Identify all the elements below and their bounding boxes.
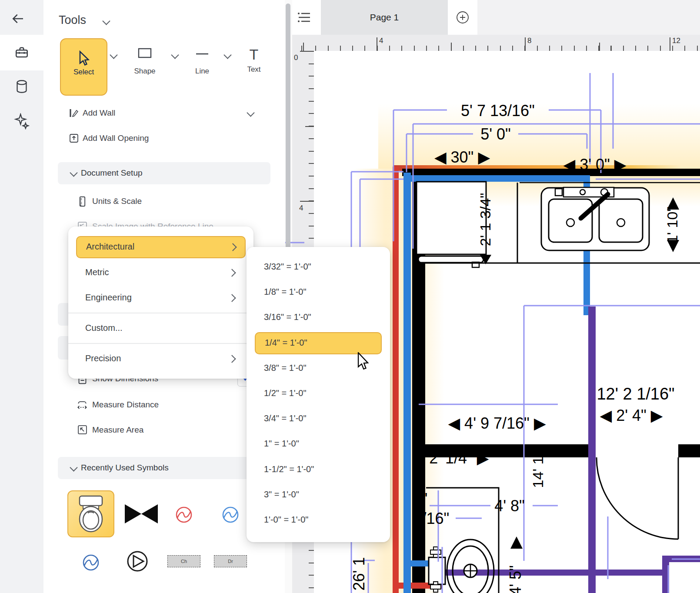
submenu-chevron-icon bbox=[228, 355, 236, 363]
menu-item-label: Custom... bbox=[85, 323, 123, 333]
line-icon bbox=[195, 48, 209, 58]
mouse-cursor bbox=[357, 352, 371, 371]
scale-option[interactable]: 1'-0" = 1'-0" bbox=[264, 515, 308, 525]
text-tool-label: Text bbox=[241, 65, 267, 74]
scale-option[interactable]: 1/2" = 1'-0" bbox=[264, 388, 307, 398]
measure-distance-item[interactable] bbox=[77, 400, 88, 412]
menu-item-label: Engineering bbox=[85, 293, 132, 303]
text-tool-button[interactable]: T Text bbox=[241, 47, 267, 74]
symbol-fitting-blue[interactable] bbox=[222, 506, 239, 525]
scale-option-selected[interactable]: 1/4" = 1'-0" bbox=[255, 332, 382, 354]
app-window: Tools Select Shape Line T Text Add Wall … bbox=[0, 0, 700, 593]
menu-divider bbox=[68, 343, 253, 344]
scale-menu-item-architectural[interactable]: Architectural bbox=[76, 236, 246, 258]
dim-label: /16" bbox=[422, 510, 450, 527]
scale-option[interactable]: 3/8" = 1'-0" bbox=[264, 363, 307, 373]
sink-drain-right bbox=[617, 219, 625, 227]
symbol-pump[interactable] bbox=[126, 550, 149, 574]
measure-area-label: Measure Area bbox=[92, 425, 143, 435]
document-setup-label: Document Setup bbox=[81, 168, 143, 178]
units-scale-label: Units & Scale bbox=[92, 197, 142, 206]
valve-icon bbox=[125, 504, 158, 523]
ruler-icon bbox=[77, 196, 87, 207]
symbol-chip-ch[interactable]: Ch bbox=[167, 555, 200, 567]
dim-label: 1' 10" bbox=[664, 207, 680, 243]
measure-area-icon bbox=[77, 425, 87, 435]
scale-option[interactable]: 3/32" = 1'-0" bbox=[264, 262, 311, 272]
wall-opening-icon bbox=[69, 133, 79, 143]
dim-label: 14' 1" bbox=[530, 451, 546, 488]
shape-tool-label: Shape bbox=[132, 67, 158, 76]
add-wall-opening-item[interactable] bbox=[69, 133, 79, 145]
symbol-fitting-red[interactable] bbox=[175, 506, 193, 525]
rail-item-toolbox[interactable] bbox=[14, 45, 29, 62]
menu-item-label: Precision bbox=[85, 353, 121, 363]
menu-divider bbox=[68, 313, 253, 313]
database-icon bbox=[15, 79, 29, 94]
door-swing-arc bbox=[597, 457, 678, 539]
dim-label: 5' 0" bbox=[480, 125, 511, 143]
pipe-fitting-icon bbox=[175, 506, 193, 523]
select-tool-button[interactable]: Select bbox=[60, 38, 107, 96]
scale-option[interactable]: 3/4" = 1'-0" bbox=[264, 413, 307, 423]
symbol-toilet[interactable] bbox=[67, 490, 114, 537]
left-rail bbox=[0, 0, 43, 593]
scale-option[interactable]: 3/16" = 1'-0" bbox=[264, 312, 311, 322]
submenu-chevron-icon bbox=[228, 294, 236, 302]
panel-scrollbar[interactable] bbox=[286, 3, 290, 256]
supply-stop bbox=[430, 550, 441, 554]
dim-label: 4' 8" bbox=[494, 497, 525, 515]
scale-option[interactable]: 1" = 1'-0" bbox=[264, 439, 299, 449]
toolbox-icon bbox=[14, 45, 29, 60]
dim-label: ◀ 3' 0" ▶ bbox=[563, 156, 626, 173]
back-button[interactable] bbox=[11, 12, 25, 27]
symbol-valve[interactable] bbox=[125, 504, 158, 525]
scale-option[interactable]: 1-1/2" = 1'-0" bbox=[264, 464, 314, 474]
measure-distance-icon bbox=[77, 400, 88, 410]
rail-item-data[interactable] bbox=[15, 79, 29, 96]
document-setup-header[interactable]: Document Setup bbox=[58, 162, 270, 184]
dim-label: 26' 1 bbox=[350, 557, 368, 591]
symbol-chip-dr[interactable]: Dr bbox=[214, 555, 247, 567]
line-tool-label: Line bbox=[189, 67, 215, 76]
menu-item-label: Metric bbox=[85, 267, 109, 277]
rail-item-magic[interactable] bbox=[14, 113, 30, 131]
document-setup-chevron-icon bbox=[70, 169, 77, 177]
chip-dr-label: Dr bbox=[228, 559, 233, 564]
select-tool-label: Select bbox=[61, 68, 107, 77]
line-tool-button[interactable]: Line bbox=[189, 48, 215, 76]
dim-label: ◀ 2' 4" ▶ bbox=[600, 406, 663, 424]
panel-title: Tools bbox=[59, 13, 86, 27]
scale-option[interactable]: 3" = 1'-0" bbox=[264, 490, 299, 500]
toilet-icon bbox=[75, 495, 107, 533]
pipe-fitting-icon bbox=[222, 506, 239, 523]
dim-label: 12' 2 1/16" bbox=[597, 385, 674, 403]
back-arrow-icon bbox=[11, 12, 25, 26]
panel-title-chevron-icon[interactable] bbox=[102, 17, 110, 25]
dim-label: ◀ 2' 1/4" ▶ bbox=[413, 449, 489, 467]
menu-item-label: Architectural bbox=[86, 242, 134, 252]
chip-ch-label: Ch bbox=[181, 559, 187, 564]
scale-submenu: 3/32" = 1'-0" 1/8" = 1'-0" 3/16" = 1'-0"… bbox=[247, 247, 390, 542]
sparkles-icon bbox=[14, 113, 30, 130]
measure-area-item[interactable] bbox=[77, 425, 87, 436]
symbol-fitting-darkblue[interactable] bbox=[82, 554, 100, 573]
add-wall-label: Add Wall bbox=[83, 108, 115, 118]
wall-pen-icon bbox=[69, 108, 79, 118]
units-scale-item[interactable] bbox=[77, 196, 87, 209]
scale-option[interactable]: 1/8" = 1'-0" bbox=[264, 287, 307, 297]
dim-label: ◀ 30" ▶ bbox=[434, 148, 490, 166]
recently-used-header[interactable]: Recently Used Symbols bbox=[58, 457, 270, 479]
shape-rect-icon bbox=[138, 48, 152, 58]
recently-used-chevron-icon bbox=[70, 463, 77, 471]
pump-icon bbox=[126, 550, 149, 573]
shape-tool-button[interactable]: Shape bbox=[132, 48, 158, 76]
dim-label: 2' 1 3/4" bbox=[477, 193, 493, 247]
submenu-chevron-icon bbox=[229, 243, 237, 251]
dim-label: ◀ 4' 9 7/16" ▶ bbox=[448, 414, 546, 432]
wall-middle-right bbox=[678, 444, 700, 457]
sink-drain-left bbox=[567, 219, 574, 227]
supply-stop bbox=[430, 585, 441, 589]
add-wall-item[interactable] bbox=[69, 108, 79, 120]
submenu-chevron-icon bbox=[228, 269, 236, 277]
